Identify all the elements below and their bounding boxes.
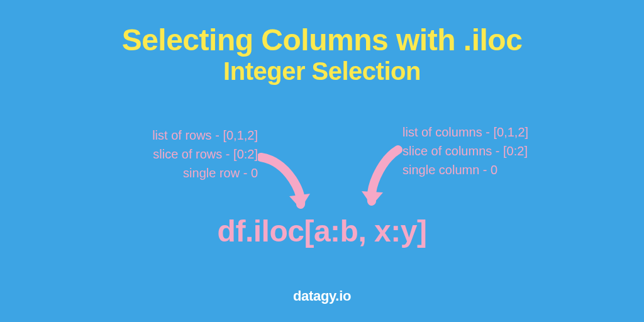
columns-annotation: list of columns - [0,1,2] slice of colum… <box>402 123 547 179</box>
rows-annotation-line-1: list of rows - [0,1,2] <box>126 126 258 145</box>
page-title: Selecting Columns with .iloc <box>0 0 644 57</box>
rows-annotation: list of rows - [0,1,2] slice of rows - [… <box>126 126 258 182</box>
rows-annotation-line-3: single row - 0 <box>126 164 258 182</box>
arrow-left-icon <box>258 151 318 214</box>
columns-annotation-line-2: slice of columns - [0:2] <box>402 142 547 160</box>
columns-annotation-line-1: list of columns - [0,1,2] <box>402 123 547 142</box>
rows-annotation-line-2: slice of rows - [0:2] <box>126 145 258 164</box>
brand-label: datagy.io <box>293 288 351 304</box>
code-expression: df.iloc[a:b, x:y] <box>218 214 427 248</box>
page-subtitle: Integer Selection <box>0 57 644 86</box>
arrow-right-icon <box>355 145 406 211</box>
columns-annotation-line-3: single column - 0 <box>402 160 547 179</box>
